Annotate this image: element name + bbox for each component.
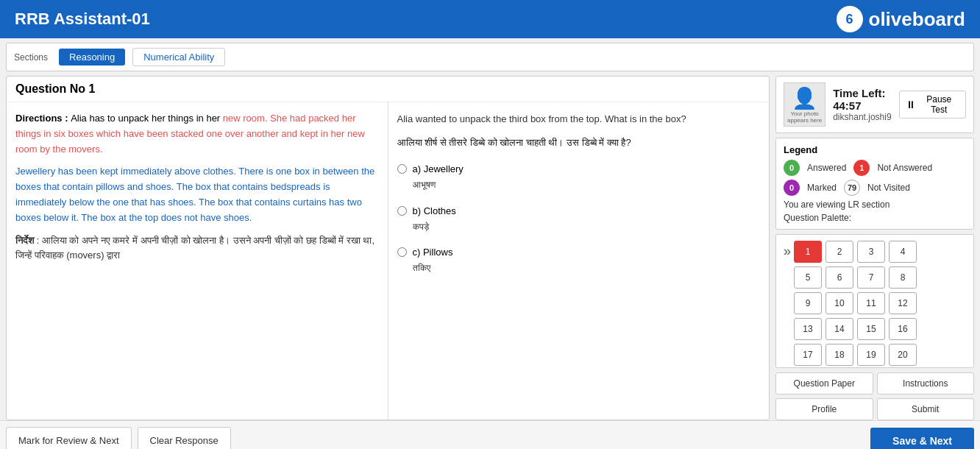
palette-num-9[interactable]: 9 [794,292,822,314]
option-c-hindi: तकिए [413,261,453,275]
logo: 6 oliveboard [837,6,965,32]
palette-num-15[interactable]: 15 [857,318,885,340]
mark-review-button[interactable]: Mark for Review & Next [6,427,132,449]
submit-button[interactable]: Submit [877,398,975,420]
palette-num-2[interactable]: 2 [825,241,853,263]
not-answered-badge: 1 [853,160,870,176]
palette-num-19[interactable]: 19 [857,344,885,366]
question-text-hindi: आलिया शीर्ष से तीसरे डिब्बे को खोलना चाह… [397,135,761,151]
palette-num-4[interactable]: 4 [889,241,917,263]
lr-section-text: You are viewing LR section [784,199,966,210]
profile-button[interactable]: Profile [775,398,873,420]
option-c[interactable]: c) Pillows तकिए [397,244,761,275]
answered-badge: 0 [784,160,800,176]
answered-label: Answered [807,163,846,173]
timer-info: Time Left: 44:57 dikshant.joshi9 [833,87,891,122]
option-b-radio[interactable] [397,206,407,216]
sidebar-bottom-btns: Question Paper Instructions Profile Subm… [775,372,974,420]
legend-box: Legend 0 Answered 1 Not Answered 0 Marke… [775,138,974,230]
palette-num-13[interactable]: 13 [794,318,822,340]
marked-badge: 0 [784,180,800,196]
right-sidebar: 👤 Your photo appears here Time Left: 44:… [775,76,974,420]
palette-num-17[interactable]: 17 [794,344,822,366]
palette-num-7[interactable]: 7 [857,266,885,289]
palette-num-6[interactable]: 6 [825,266,853,289]
pause-button[interactable]: ⏸ Pause Test [899,91,966,119]
exam-title: RRB Assistant-01 [15,10,150,29]
instructions-button[interactable]: Instructions [877,372,975,395]
legend-title: Legend [784,144,966,155]
marked-label: Marked [807,183,837,193]
option-a-label: a) Jewellery [413,161,464,177]
passage-text-en2: Jewellery has been kept immediately abov… [15,164,379,225]
palette-num-8[interactable]: 8 [889,266,917,289]
bottom-bar: Mark for Review & Next Clear Response Sa… [0,420,980,449]
avatar: 👤 Your photo appears here [784,82,825,127]
palette-num-20[interactable]: 20 [889,344,917,366]
passage-pane: Directions : Alia has to unpack her thin… [7,102,388,420]
palette-num-3[interactable]: 3 [857,241,885,263]
avatar-caption: Your photo appears here [784,110,825,124]
option-a-hindi: आभूषण [413,177,464,192]
option-b-label: b) Clothes [413,203,456,219]
palette-num-5[interactable]: 5 [794,266,822,289]
question-body: Directions : Alia has to unpack her thin… [7,102,769,420]
question-paper-button[interactable]: Question Paper [775,372,873,395]
palette-label: Question Palette: [784,213,966,223]
main-layout: Question No 1 Directions : Alia has to u… [6,76,974,420]
palette-num-1[interactable]: 1 [794,241,822,263]
option-a[interactable]: a) Jewellery आभूषण [397,161,761,192]
time-left: Time Left: 44:57 [833,87,891,112]
save-next-button[interactable]: Save & Next [870,428,974,450]
legend-marked: 0 Marked 79 Not Visited [784,180,966,196]
palette-grid: 1234567891011121314151617181920 [794,241,917,366]
option-c-radio[interactable] [397,247,407,257]
palette-num-10[interactable]: 10 [825,292,853,314]
logo-icon: 6 [837,6,863,32]
passage-text-hindi: निर्देश : आलिया को अपने नए कमरे में अपनी… [15,233,379,264]
directions-label: Directions : [15,113,71,124]
palette-num-16[interactable]: 16 [889,318,917,340]
logo-name: oliveboard [869,8,965,31]
section-numerical[interactable]: Numerical Ability [132,48,225,66]
pause-label: Pause Test [919,94,959,115]
option-b-hindi: कपड़े [413,219,456,234]
option-a-radio[interactable] [397,164,407,174]
option-b[interactable]: b) Clothes कपड़े [397,203,761,234]
not-answered-label: Not Answered [877,163,932,173]
username: dikshant.joshi9 [833,112,891,122]
palette-num-11[interactable]: 11 [857,292,885,314]
palette-num-18[interactable]: 18 [825,344,853,366]
expand-icon[interactable]: » [784,244,791,259]
header: RRB Assistant-01 6 oliveboard [0,0,980,38]
clear-response-button[interactable]: Clear Response [138,427,231,449]
legend-answered: 0 Answered 1 Not Answered [784,160,966,176]
palette-num-12[interactable]: 12 [889,292,917,314]
answer-pane: Alia wanted to unpack the third box from… [388,102,770,420]
sections-bar: Sections Reasoning Numerical Ability [6,43,974,71]
pause-icon: ⏸ [906,99,916,110]
option-c-label: c) Pillows [413,244,453,261]
section-reasoning[interactable]: Reasoning [59,49,125,66]
palette-grid-wrapper: » 1234567891011121314151617181920 [784,241,966,366]
sections-label: Sections [14,52,48,63]
question-text-en: Alia wanted to unpack the third box from… [397,111,761,127]
avatar-icon: 👤 [792,86,817,110]
timer-box: 👤 Your photo appears here Time Left: 44:… [775,76,974,133]
not-visited-badge: 79 [844,180,860,196]
question-area: Question No 1 Directions : Alia has to u… [6,76,770,420]
passage-text-en: Alia has to unpack her things in her [71,113,223,124]
not-visited-label: Not Visited [867,183,910,193]
question-number: Question No 1 [7,77,769,102]
question-palette: » 1234567891011121314151617181920 [775,234,974,368]
palette-num-14[interactable]: 14 [825,318,853,340]
passage-highlight3: by the movers. [40,144,102,155]
